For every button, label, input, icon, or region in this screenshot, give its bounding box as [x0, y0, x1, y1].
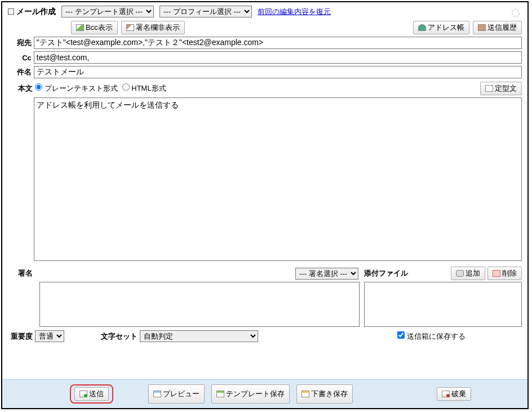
save-to-sent-checkbox[interactable]: 送信箱に保存する: [397, 331, 466, 342]
page-icon: [485, 85, 493, 92]
mail-edit-icon: [76, 24, 84, 31]
to-field[interactable]: [34, 37, 522, 49]
save-template-button[interactable]: テンプレート保存: [211, 384, 290, 404]
attach-label: 添付ファイル: [364, 268, 415, 278]
plain-text-radio[interactable]: プレーンテキスト形式: [35, 83, 118, 94]
send-button[interactable]: 送信: [74, 387, 109, 401]
body-textarea[interactable]: アドレス帳を利用してメールを送信する: [34, 98, 522, 261]
signature-select[interactable]: --- 署名選択 ---: [295, 268, 358, 280]
svg-point-0: [512, 10, 520, 17]
body-label: 本文: [8, 83, 35, 94]
delete-icon: [493, 270, 500, 277]
html-format-radio[interactable]: HTML形式: [122, 83, 166, 94]
discard-button[interactable]: 破棄: [437, 387, 471, 401]
pen-icon: [126, 24, 134, 31]
send-button-highlight: 送信: [70, 384, 113, 404]
to-label: 宛先: [8, 38, 34, 48]
priority-select[interactable]: 普通: [35, 330, 64, 342]
hide-signature-button[interactable]: 署名欄非表示: [121, 21, 185, 34]
draft-icon: [302, 391, 309, 397]
bcc-show-button[interactable]: Bcc表示: [71, 21, 118, 34]
fixed-phrase-button[interactable]: 定型文: [480, 82, 522, 95]
discard-mail-icon: [442, 391, 450, 397]
signature-area[interactable]: [39, 282, 360, 327]
profile-select[interactable]: --- プロフィール選択 ---: [159, 6, 252, 17]
page-title: メール作成: [8, 7, 56, 17]
restore-previous-link[interactable]: 前回の編集内容を復元: [258, 7, 331, 17]
subject-field[interactable]: [34, 66, 522, 78]
attach-add-button[interactable]: 追加: [451, 267, 485, 280]
cc-label: Cc: [8, 54, 34, 62]
compose-icon: [8, 8, 14, 15]
save-draft-button[interactable]: 下書き保存: [296, 384, 353, 404]
priority-label: 重要度: [8, 331, 35, 342]
book-icon: [478, 24, 486, 31]
signature-label: 署名: [8, 268, 35, 278]
address-book-button[interactable]: アドレス帳: [413, 21, 469, 34]
cc-field[interactable]: [34, 51, 522, 64]
send-mail-icon: [79, 391, 87, 397]
template-select[interactable]: --- テンプレート選択 ---: [61, 6, 154, 17]
loading-spinner-icon: [511, 8, 521, 18]
send-history-button[interactable]: 送信履歴: [473, 21, 522, 34]
preview-button[interactable]: プレビュー: [148, 384, 205, 404]
footer-toolbar: 送信 プレビュー テンプレート保存 下書き保存 破棄: [2, 379, 527, 408]
template-icon: [216, 391, 224, 397]
person-icon: [418, 24, 426, 31]
charset-label: 文字セット: [92, 331, 138, 342]
preview-icon: [153, 391, 161, 397]
subject-label: 件名: [8, 67, 34, 77]
attach-delete-button[interactable]: 削除: [487, 267, 522, 280]
attach-icon: [456, 270, 464, 277]
attachment-area[interactable]: [364, 282, 522, 327]
charset-select[interactable]: 自動判定: [140, 330, 258, 342]
